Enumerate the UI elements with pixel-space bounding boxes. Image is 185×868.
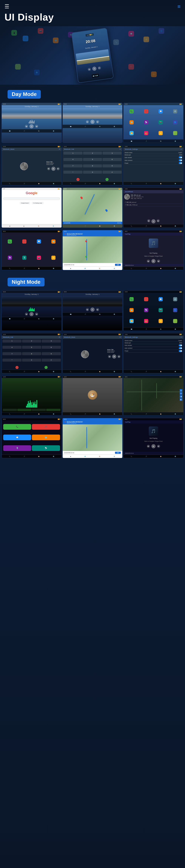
- night-nm-lt[interactable]: ◀: [180, 395, 182, 398]
- day-np-next[interactable]: ⏭: [157, 259, 160, 262]
- app-nav[interactable]: 🗺️: [130, 120, 134, 124]
- night-m1-next[interactable]: ⏭: [35, 313, 38, 316]
- nr-btn-2[interactable]: [17, 409, 31, 411]
- n-cp-app-6[interactable]: 📡: [32, 445, 60, 451]
- n-cp-app-2[interactable]: 🎵: [32, 424, 60, 430]
- day-lm-item-2[interactable]: 🎵 华夏_古曲_7f7f8f.mp3: [125, 204, 182, 207]
- n-dial-1[interactable]: 1: [2, 340, 22, 343]
- cp-app-2[interactable]: 🎵: [22, 240, 26, 244]
- hero-play-btn[interactable]: ⏸: [92, 66, 97, 71]
- hero-prev-btn[interactable]: ⏮: [87, 68, 91, 71]
- app-phone[interactable]: 📞: [130, 110, 134, 114]
- night-m1-prev[interactable]: ⏮: [25, 313, 28, 316]
- nr-btn-4[interactable]: [46, 409, 60, 411]
- n-cp-app-5[interactable]: 🎙️: [3, 445, 31, 451]
- day-lm-next[interactable]: ⏭: [157, 219, 160, 222]
- night-bt-play[interactable]: ▶: [112, 354, 116, 359]
- n-app-phone[interactable]: 📞: [130, 297, 134, 301]
- n-dial-hash[interactable]: #: [42, 359, 61, 362]
- app-music[interactable]: 🎵: [144, 110, 148, 114]
- n-dial-star[interactable]: *: [2, 359, 22, 362]
- n-app-bt[interactable]: 📡: [144, 308, 148, 312]
- night-m2-next[interactable]: ⏭: [96, 308, 99, 311]
- dial-1[interactable]: 1: [63, 152, 82, 155]
- app-wifi[interactable]: 📶: [130, 131, 134, 135]
- n-app-apps[interactable]: ⭐: [159, 319, 163, 323]
- day-bt-autoconn-toggle[interactable]: [179, 159, 182, 161]
- dial-3[interactable]: 3: [103, 152, 122, 155]
- night-bt-autoconn-toggle[interactable]: [179, 347, 182, 349]
- cp-app-1[interactable]: 📞: [8, 240, 12, 244]
- dial-7[interactable]: 7: [63, 164, 82, 167]
- day-end-call[interactable]: 📵: [76, 178, 79, 181]
- day-m2-prev[interactable]: ⏮: [86, 120, 89, 123]
- n-dial-7[interactable]: 7: [2, 352, 22, 355]
- day-m1-next[interactable]: ⏭: [35, 125, 38, 128]
- dial-0[interactable]: 0: [83, 170, 102, 174]
- day-m1-play[interactable]: ⏸: [29, 124, 34, 128]
- night-m1-play[interactable]: ⏸: [29, 312, 34, 316]
- day-np-play[interactable]: ▶: [151, 259, 156, 263]
- n-dial-8[interactable]: 8: [22, 352, 41, 355]
- n-app-wifi[interactable]: 📶: [130, 319, 134, 323]
- dial-2[interactable]: 2: [83, 152, 102, 155]
- dial-star[interactable]: *: [63, 170, 82, 174]
- app-apps[interactable]: ⭐: [159, 131, 163, 135]
- day-m1-prev[interactable]: ⏮: [25, 125, 28, 128]
- day-bt-prev[interactable]: ⏮: [47, 167, 50, 170]
- night-m2-play[interactable]: ⏸: [90, 308, 95, 312]
- n-app-cam[interactable]: 📷: [159, 308, 163, 312]
- night-np-next[interactable]: ⏭: [157, 445, 160, 448]
- dial-5[interactable]: 5: [83, 158, 102, 161]
- dial-4[interactable]: 4: [63, 158, 82, 161]
- nr-btn-3[interactable]: [32, 409, 46, 411]
- n-dial-9[interactable]: 9: [42, 352, 61, 355]
- night-bt-next[interactable]: ⏭: [117, 355, 121, 358]
- hero-next-btn[interactable]: ⏭: [98, 66, 101, 69]
- day-bt-power-toggle[interactable]: [179, 162, 182, 164]
- n-cp-app-4[interactable]: 🗺️: [32, 435, 60, 440]
- night-end-call[interactable]: 📵: [16, 366, 19, 369]
- day-m2-play[interactable]: ⏸: [90, 120, 95, 124]
- day-np-prev[interactable]: ⏮: [147, 259, 150, 262]
- n-app-other[interactable]: 🟢: [173, 319, 177, 323]
- n-cp-app-1[interactable]: 📞: [3, 424, 31, 430]
- n-cp-app-3[interactable]: 💬: [3, 435, 31, 440]
- cp-app-5[interactable]: 📡: [8, 256, 12, 260]
- app-settings[interactable]: ⚙️: [173, 110, 177, 114]
- day-lm-prev[interactable]: ⏮: [147, 219, 150, 222]
- dial-9[interactable]: 9: [103, 164, 122, 167]
- dial-8[interactable]: 8: [83, 164, 102, 167]
- day-call-dial[interactable]: 📞: [106, 178, 109, 181]
- n-app-msg[interactable]: 💬: [159, 297, 163, 301]
- night-nm-rt[interactable]: ▶: [180, 398, 182, 401]
- app-cam[interactable]: 📷: [159, 120, 163, 124]
- day-g-search-btn[interactable]: Google Search: [20, 202, 30, 204]
- n-dial-2[interactable]: 2: [22, 340, 41, 343]
- day-g-search[interactable]: [3, 197, 60, 200]
- app-other[interactable]: 🟢: [173, 131, 177, 135]
- n-app-nav[interactable]: 🗺️: [130, 308, 134, 312]
- dial-hash[interactable]: #: [103, 170, 122, 174]
- day-bt-autoanswer-toggle[interactable]: [179, 156, 182, 158]
- day-bt-play[interactable]: ▶: [51, 167, 55, 171]
- night-call-dial[interactable]: 📞: [45, 366, 48, 369]
- n-dial-4[interactable]: 4: [2, 346, 22, 349]
- dial-6[interactable]: 6: [103, 158, 122, 161]
- day-lm-play[interactable]: ⏸: [151, 219, 156, 223]
- night-nm-dn[interactable]: ▼: [180, 392, 182, 395]
- n-app-music[interactable]: 🎵: [144, 297, 148, 301]
- n-dial-3[interactable]: 3: [42, 340, 61, 343]
- cp-app-8[interactable]: ⭐: [51, 256, 55, 260]
- night-bt-prev[interactable]: ⏮: [108, 355, 111, 358]
- day-m2-next[interactable]: ⏭: [96, 120, 99, 123]
- n-app-settings[interactable]: ⚙️: [173, 297, 177, 301]
- night-np-play[interactable]: ▶: [151, 444, 156, 448]
- hamburger-icon[interactable]: ☰: [4, 3, 9, 10]
- n-app-radio[interactable]: 📻: [144, 319, 148, 323]
- cp-app-7[interactable]: 📷: [37, 256, 41, 260]
- nr-btn-1[interactable]: [3, 409, 17, 411]
- app-radio[interactable]: 📻: [144, 131, 148, 135]
- night-nc-go-btn[interactable]: GO: [115, 452, 121, 454]
- n-dial-6[interactable]: 6: [42, 346, 61, 349]
